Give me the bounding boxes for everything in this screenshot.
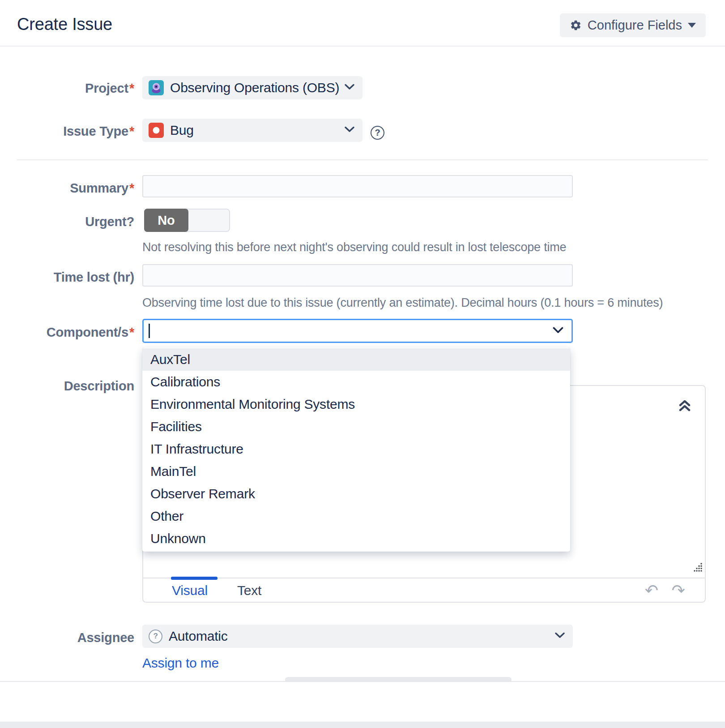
resize-handle[interactable] [693, 562, 703, 574]
urgent-help-text: Not resolving this before next night's o… [142, 240, 566, 254]
assignee-select[interactable]: ? Automatic [142, 625, 573, 648]
page-title: Create Issue [17, 15, 112, 34]
project-select[interactable]: Observing Operations (OBS) [142, 76, 362, 99]
chevron-down-icon [555, 632, 565, 640]
time-lost-input[interactable] [142, 264, 573, 287]
issue-type-value: Bug [170, 123, 194, 138]
dropdown-option[interactable]: MainTel [142, 460, 570, 483]
urgent-toggle-state: No [144, 209, 188, 232]
redo-button[interactable]: ↷ [672, 578, 685, 603]
dropdown-option[interactable]: Observer Remark [142, 483, 570, 505]
create-issue-dialog-page: Create Issue Configure Fields Project* O… [0, 0, 725, 728]
help-icon[interactable]: ? [371, 126, 384, 140]
gear-icon [570, 19, 582, 31]
issue-type-label: Issue Type* [0, 124, 134, 139]
chevron-down-icon [345, 84, 354, 92]
caret-down-icon [688, 23, 696, 28]
urgent-toggle[interactable]: No [144, 209, 230, 232]
configure-fields-label: Configure Fields [588, 18, 682, 33]
components-label: Component/s* [0, 325, 134, 340]
summary-label: Summary* [0, 181, 134, 196]
assign-to-me-link[interactable]: Assign to me [142, 655, 219, 671]
project-select-value: Observing Operations (OBS) [170, 80, 339, 95]
create-issue-dialog: Create Issue Configure Fields Project* O… [0, 0, 725, 722]
editor-tabbar: Visual Text ↶ ↷ [143, 578, 705, 602]
assignee-value: Automatic [169, 629, 228, 644]
chevron-down-icon [345, 126, 354, 134]
text-cursor [149, 324, 150, 338]
dialog-header: Create Issue Configure Fields [0, 0, 725, 47]
automatic-avatar-icon: ? [149, 630, 162, 643]
time-lost-help-text: Observing time lost due to this issue (c… [142, 296, 663, 310]
project-label: Project* [0, 81, 134, 96]
page-background-strip [0, 722, 725, 728]
assignee-label: Assignee [0, 630, 134, 645]
required-asterisk: * [128, 325, 134, 339]
required-asterisk: * [128, 181, 134, 195]
time-lost-label: Time lost (hr) [0, 270, 134, 285]
chevron-down-icon [553, 327, 563, 335]
issue-type-select[interactable]: Bug [142, 119, 362, 142]
dialog-footer: Create another Create Cancel [0, 682, 725, 722]
dropdown-option[interactable]: IT Infrastructure [142, 438, 570, 460]
required-asterisk: * [128, 81, 134, 95]
components-dropdown: AuxTel Calibrations Environmental Monito… [142, 347, 570, 552]
urgent-label: Urgent? [0, 214, 134, 229]
undo-button[interactable]: ↶ [645, 578, 658, 603]
summary-input[interactable] [142, 175, 573, 197]
components-combobox[interactable] [142, 319, 573, 343]
tab-visual[interactable]: Visual [172, 578, 208, 603]
section-divider [17, 159, 708, 160]
dropdown-option[interactable]: Facilities [142, 415, 570, 438]
project-avatar-icon [149, 80, 164, 95]
dropdown-option[interactable]: AuxTel [142, 348, 570, 371]
collapse-icon[interactable] [677, 398, 692, 414]
dropdown-option[interactable]: Other [142, 505, 570, 527]
tab-text[interactable]: Text [237, 578, 261, 603]
dropdown-option[interactable]: Environmental Monitoring Systems [142, 393, 570, 415]
configure-fields-button[interactable]: Configure Fields [560, 13, 706, 37]
dropdown-option[interactable]: Calibrations [142, 371, 570, 393]
bug-icon [149, 123, 164, 138]
required-asterisk: * [128, 124, 134, 138]
dropdown-option[interactable]: Unknown [142, 527, 570, 550]
description-label: Description [0, 379, 134, 394]
